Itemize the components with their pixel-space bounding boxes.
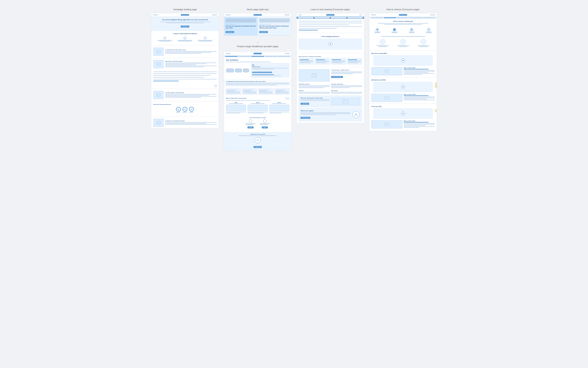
ht-pill-3[interactable] bbox=[397, 17, 409, 18]
ric-video bbox=[373, 55, 433, 65]
bte-play-btn[interactable] bbox=[401, 85, 405, 89]
subnav-1[interactable] bbox=[225, 56, 238, 57]
dw-line7 bbox=[332, 60, 345, 61]
ite-play-btn[interactable] bbox=[401, 111, 405, 116]
cnav-pill-3[interactable] bbox=[331, 17, 346, 18]
info-grid-bottom: Practice Take Action bbox=[297, 89, 364, 95]
sol-line1 bbox=[226, 62, 270, 62]
m-l1 bbox=[300, 99, 330, 100]
bte-play-icon bbox=[403, 86, 404, 88]
subnav-3[interactable] bbox=[251, 56, 264, 57]
feature-3-text: Let them adapt to hearing better bbox=[165, 92, 217, 98]
steps-heading: 3 steps to better patient acceptance bbox=[153, 33, 217, 35]
footer-feature-text: A sound your customers will love bbox=[165, 120, 217, 125]
expert-icon-area bbox=[352, 111, 360, 118]
wb-label bbox=[260, 123, 270, 124]
subnav-5[interactable] bbox=[278, 56, 290, 57]
products-info: Blu Discover next Book a personalised co… bbox=[251, 63, 289, 78]
ht-nav-logo[interactable] bbox=[399, 14, 407, 16]
pf1-sub bbox=[227, 91, 235, 91]
c-nav-logo[interactable] bbox=[326, 14, 335, 16]
bte-image bbox=[371, 94, 402, 102]
find-expert-btn[interactable]: Find an expert bbox=[300, 117, 310, 119]
p-nav-logo[interactable] bbox=[253, 53, 262, 54]
bte-w4 bbox=[404, 100, 435, 100]
icon-sub-4 bbox=[426, 32, 431, 33]
f1-line3 bbox=[165, 53, 201, 54]
feature-2-heading: Start with a sound they prefer bbox=[165, 61, 217, 62]
moxi-desc1 bbox=[226, 112, 246, 112]
ht-pill-1[interactable] bbox=[371, 17, 383, 18]
ite-w5 bbox=[404, 127, 419, 128]
style-icon bbox=[393, 28, 396, 31]
consumer-hero-lines bbox=[299, 20, 362, 29]
insera-img bbox=[269, 105, 289, 111]
pf3-l2 bbox=[259, 93, 272, 93]
ite-w1 bbox=[404, 123, 435, 124]
step-2 bbox=[176, 37, 195, 42]
info-3: Practice bbox=[299, 90, 330, 94]
lm-btn[interactable]: Select bbox=[247, 126, 253, 129]
cnav-pill-4[interactable] bbox=[347, 17, 363, 18]
hearing-aids-display: Blu Discover next Book a personalised co… bbox=[226, 63, 289, 78]
contact-expert-link[interactable] bbox=[299, 30, 318, 30]
contact-us-btn[interactable]: Contact Us bbox=[253, 146, 262, 148]
i1-l2 bbox=[299, 86, 330, 87]
consumer-nav-top bbox=[297, 13, 364, 17]
next-btn[interactable]: › bbox=[215, 84, 217, 87]
pf3-name bbox=[259, 90, 270, 90]
c-divider-3 bbox=[297, 67, 364, 67]
aid-1 bbox=[226, 68, 234, 73]
products-display-row: Moxi Stride Insera bbox=[226, 102, 289, 114]
ht-pill-2[interactable] bbox=[384, 17, 396, 18]
left-cta[interactable]: Learn more bbox=[226, 31, 234, 33]
maintenance-btn[interactable]: Learn more bbox=[300, 103, 309, 105]
ht-nav bbox=[369, 13, 437, 17]
learn-more-section: Learn more about our range Select Select bbox=[224, 115, 291, 132]
right-cta[interactable]: Learn More bbox=[259, 31, 268, 33]
bte-w1 bbox=[404, 97, 435, 97]
check-3 bbox=[204, 37, 206, 39]
ric-w5 bbox=[404, 74, 422, 75]
pf4-sub bbox=[275, 91, 283, 91]
pf1-l1 bbox=[227, 92, 240, 92]
home-nav-logo[interactable] bbox=[253, 14, 262, 16]
subnav-2[interactable] bbox=[238, 56, 251, 57]
logo-mark bbox=[285, 97, 289, 100]
bte-why-section: Why to choose BTE? bbox=[369, 93, 437, 103]
e-l3 bbox=[300, 114, 335, 115]
book-consult-btn[interactable]: Book a personalised consult with your lo… bbox=[252, 72, 272, 73]
insera-name: Insera bbox=[269, 102, 289, 103]
ric-w1 bbox=[404, 70, 435, 71]
f2-line5 bbox=[165, 67, 204, 67]
icon-community bbox=[404, 28, 420, 33]
ric-play-btn[interactable] bbox=[401, 58, 405, 63]
nav-logo[interactable] bbox=[181, 14, 189, 16]
ht-pill-4[interactable] bbox=[410, 17, 422, 18]
ht-div1 bbox=[369, 50, 437, 51]
stories-btn[interactable]: Learn more stories bbox=[331, 76, 343, 78]
info-grid-top: Hear More at home Antrooper Questions bbox=[297, 83, 364, 89]
cnav-pill-2[interactable] bbox=[314, 17, 330, 18]
circle-stats: 88% 72% 45% bbox=[153, 106, 217, 114]
play-btn[interactable] bbox=[328, 42, 332, 46]
step-3 bbox=[196, 37, 215, 42]
footer-feature-image bbox=[153, 119, 163, 127]
product-range-title-area: Product range (Healthcare provider page) bbox=[224, 45, 291, 50]
pf1-name bbox=[227, 90, 237, 90]
subnav-4[interactable] bbox=[265, 56, 277, 57]
cnav-pill-1[interactable] bbox=[298, 17, 314, 18]
ric-w3 bbox=[404, 72, 429, 73]
campaign-cta-btn[interactable]: Learn more bbox=[181, 26, 189, 28]
divider-1 bbox=[151, 45, 219, 46]
ht-pill-5[interactable] bbox=[423, 17, 435, 18]
quote-section: "The first day, I couldn't bear it" Lear… bbox=[297, 68, 364, 83]
wb-btn[interactable]: Select bbox=[262, 126, 268, 129]
community-icon bbox=[411, 29, 412, 30]
ite-why-sub bbox=[404, 122, 429, 122]
i1-l1 bbox=[299, 85, 330, 86]
feature-2-image bbox=[153, 60, 163, 68]
right-heading: Get the most from your Unitron hearing a… bbox=[259, 25, 290, 29]
f3-line1 bbox=[165, 94, 217, 94]
blu-line bbox=[252, 68, 288, 68]
